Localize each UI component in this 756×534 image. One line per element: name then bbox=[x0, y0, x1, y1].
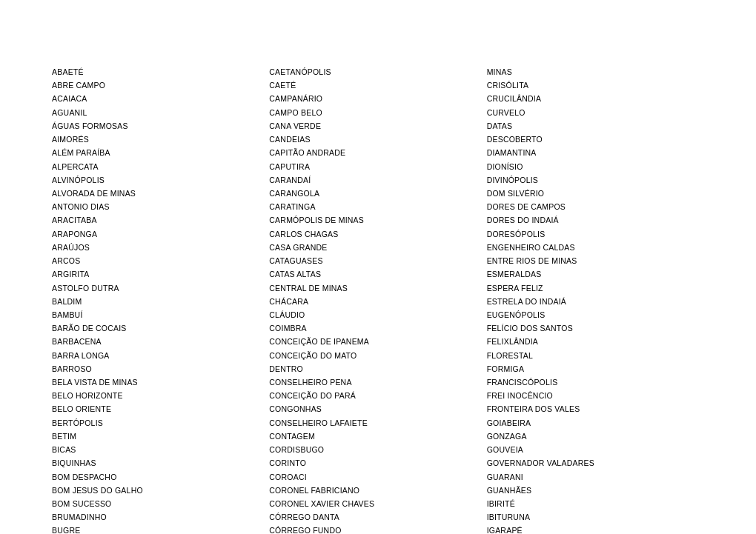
city-item: FELÍCIO DOS SANTOS bbox=[487, 323, 704, 334]
city-item: GOIABEIRA bbox=[487, 418, 704, 429]
city-item: ALVINÓPOLIS bbox=[52, 175, 269, 186]
city-item: CARLOS CHAGAS bbox=[269, 229, 486, 240]
city-item: CONSELHEIRO LAFAIETE bbox=[269, 418, 486, 429]
city-item: BELO ORIENTE bbox=[52, 404, 269, 415]
column-3: MINASCRISÓLITACRUCILÂNDIACURVELODATASDES… bbox=[487, 67, 704, 534]
city-item: GOUVEIA bbox=[487, 444, 704, 455]
city-item: ACAIACA bbox=[52, 93, 269, 104]
city-item: COROACI bbox=[269, 472, 486, 483]
city-item: BOM JESUS DO GALHO bbox=[52, 485, 269, 496]
city-item: CARANDAÍ bbox=[269, 175, 486, 186]
city-item: CÓRREGO FUNDO bbox=[269, 525, 486, 534]
city-item: BARRA LONGA bbox=[52, 350, 269, 361]
city-item: CORINTO bbox=[269, 458, 486, 469]
column-2: CAETANÓPOLISCAETÉCAMPANÁRIOCAMPO BELOCAN… bbox=[269, 67, 486, 534]
city-item: CASA GRANDE bbox=[269, 242, 486, 253]
city-item: ALPERCATA bbox=[52, 161, 269, 173]
city-item: CLÁUDIO bbox=[269, 310, 486, 321]
city-item: CAPITÃO ANDRADE bbox=[269, 147, 486, 158]
city-item: BARBACENA bbox=[52, 336, 269, 347]
city-item: DESCOBERTO bbox=[487, 134, 704, 145]
city-item: CRISÓLITA bbox=[487, 80, 704, 91]
city-item: CONGONHAS bbox=[269, 404, 486, 415]
city-item: ARCOS bbox=[52, 256, 269, 267]
city-item: CAPUTIRA bbox=[269, 161, 486, 173]
city-item: BELA VISTA DE MINAS bbox=[52, 377, 269, 388]
city-item: BAMBUÍ bbox=[52, 310, 269, 321]
city-item: CAETANÓPOLIS bbox=[269, 67, 486, 78]
column-1: ABAETÉABRE CAMPOACAIACAAGUANILÁGUAS FORM… bbox=[52, 67, 269, 534]
city-item: COIMBRA bbox=[269, 323, 486, 334]
city-item: ARAÚJOS bbox=[52, 242, 269, 253]
city-item: CENTRAL DE MINAS bbox=[269, 283, 486, 294]
city-item: IBIRITÉ bbox=[487, 498, 704, 510]
city-item: BIQUINHAS bbox=[52, 458, 269, 469]
city-item: CAMPANÁRIO bbox=[269, 93, 486, 104]
city-item: CONTAGEM bbox=[269, 431, 486, 442]
city-item: CONCEIÇÃO DO MATO bbox=[269, 350, 486, 361]
city-item: FRANCISCÓPOLIS bbox=[487, 377, 704, 388]
city-item: CHÁCARA bbox=[269, 296, 486, 307]
city-item: GONZAGA bbox=[487, 431, 704, 442]
city-item: CARANGOLA bbox=[269, 188, 486, 199]
city-item: ESTRELA DO INDAIÁ bbox=[487, 296, 704, 307]
city-item: BETIM bbox=[52, 431, 269, 442]
city-item: DIAMANTINA bbox=[487, 147, 704, 158]
page: ABAETÉABRE CAMPOACAIACAAGUANILÁGUAS FORM… bbox=[0, 0, 756, 534]
city-item: ARAPONGA bbox=[52, 229, 269, 240]
city-item: CÓRREGO DANTA bbox=[269, 512, 486, 523]
city-item: DOM SILVÉRIO bbox=[487, 188, 704, 199]
city-item: CONSELHEIRO PENA bbox=[269, 377, 486, 388]
city-item: BELO HORIZONTE bbox=[52, 390, 269, 401]
city-item: ABRE CAMPO bbox=[52, 80, 269, 91]
city-item: EUGENÓPOLIS bbox=[487, 310, 704, 321]
city-item: BARROSO bbox=[52, 364, 269, 375]
city-item: DIVINÓPOLIS bbox=[487, 175, 704, 186]
city-item: DORES DO INDAIÁ bbox=[487, 215, 704, 226]
city-item: GOVERNADOR VALADARES bbox=[487, 458, 704, 469]
city-item: AIMORÉS bbox=[52, 134, 269, 145]
city-item: CONCEIÇÃO DE IPANEMA bbox=[269, 336, 486, 347]
city-item: DORESÓPOLIS bbox=[487, 229, 704, 240]
city-item: CRUCILÂNDIA bbox=[487, 93, 704, 104]
city-item: GUARANI bbox=[487, 472, 704, 483]
city-item: BARÃO DE COCAIS bbox=[52, 323, 269, 334]
city-item: GUANHÃES bbox=[487, 485, 704, 496]
city-item: FLORESTAL bbox=[487, 350, 704, 361]
city-item: ENGENHEIRO CALDAS bbox=[487, 242, 704, 253]
city-item: ALÉM PARAÍBA bbox=[52, 147, 269, 158]
city-item: BALDIM bbox=[52, 296, 269, 307]
city-item: ARACITABA bbox=[52, 215, 269, 226]
city-item: DENTRO bbox=[269, 364, 486, 375]
city-item: CARMÓPOLIS DE MINAS bbox=[269, 215, 486, 226]
city-item: CATAGUASES bbox=[269, 256, 486, 267]
city-item: AGUANIL bbox=[52, 107, 269, 119]
city-item: IGARAPÉ bbox=[487, 525, 704, 534]
city-item: ÁGUAS FORMOSAS bbox=[52, 121, 269, 132]
city-item: IBITURUNA bbox=[487, 512, 704, 523]
city-item: CORONEL FABRICIANO bbox=[269, 485, 486, 496]
city-item: DATAS bbox=[487, 121, 704, 132]
city-item: CAMPO BELO bbox=[269, 107, 486, 119]
city-item: BUGRE bbox=[52, 525, 269, 534]
city-item: BOM SUCESSO bbox=[52, 498, 269, 510]
city-item: ABAETÉ bbox=[52, 67, 269, 78]
city-item: CORONEL XAVIER CHAVES bbox=[269, 498, 486, 510]
city-item: FORMIGA bbox=[487, 364, 704, 375]
city-item: CATAS ALTAS bbox=[269, 269, 486, 280]
city-item: ARGIRITA bbox=[52, 269, 269, 280]
city-item: BICAS bbox=[52, 444, 269, 455]
city-item: CORDISBUGO bbox=[269, 444, 486, 455]
city-item: ESPERA FELIZ bbox=[487, 283, 704, 294]
city-item: DIONÍSIO bbox=[487, 161, 704, 173]
city-item: CAETÉ bbox=[269, 80, 486, 91]
city-item: CANA VERDE bbox=[269, 121, 486, 132]
city-item: BERTÓPOLIS bbox=[52, 418, 269, 429]
city-item: FRONTEIRA DOS VALES bbox=[487, 404, 704, 415]
city-item: ALVORADA DE MINAS bbox=[52, 188, 269, 199]
city-item: ASTOLFO DUTRA bbox=[52, 283, 269, 294]
city-item: CARATINGA bbox=[269, 201, 486, 213]
city-item: BOM DESPACHO bbox=[52, 472, 269, 483]
city-item: CANDEIAS bbox=[269, 134, 486, 145]
city-item: ANTONIO DIAS bbox=[52, 201, 269, 213]
